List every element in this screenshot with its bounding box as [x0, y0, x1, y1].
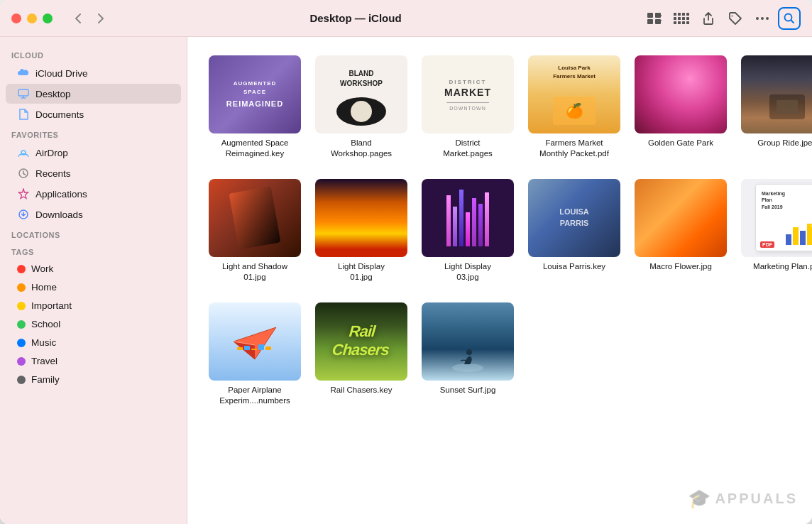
- school-tag-dot: [17, 320, 26, 329]
- sidebar-item-music[interactable]: Music: [6, 334, 181, 351]
- file-thumbnail-louisaparris: LOUISAPARRIS: [528, 179, 620, 257]
- close-button[interactable]: [11, 13, 21, 23]
- svg-point-36: [452, 364, 483, 372]
- icloud-drive-label: iCloud Drive: [35, 68, 88, 79]
- maximize-button[interactable]: [43, 13, 53, 23]
- file-item-goldengate[interactable]: Golden Gate Park: [630, 51, 731, 163]
- svg-point-18: [761, 17, 764, 20]
- file-label-farmers: Farmers MarketMonthly Packet.pdf: [539, 138, 609, 159]
- svg-rect-12: [674, 21, 676, 24]
- toolbar-right: [643, 7, 801, 30]
- work-tag-dot: [17, 265, 26, 273]
- sidebar-item-documents[interactable]: Documents: [6, 104, 181, 124]
- file-item-railchasers[interactable]: RailChasers Rail Chasers.key: [311, 298, 412, 410]
- family-label: Family: [31, 374, 60, 385]
- sidebar-item-applications[interactable]: Applications: [6, 184, 181, 204]
- file-item-sunsetsurf[interactable]: Sunset Surf.jpg: [417, 298, 518, 410]
- svg-rect-31: [237, 347, 243, 350]
- school-label: School: [31, 319, 60, 329]
- svg-rect-3: [655, 19, 661, 24]
- svg-rect-15: [686, 21, 689, 24]
- file-label-groupride: Group Ride.jpeg: [757, 138, 812, 148]
- icloud-section-label: iCloud: [0, 45, 187, 62]
- svg-rect-26: [793, 227, 799, 245]
- svg-rect-2: [647, 19, 653, 24]
- file-thumbnail-paperairplane: [209, 302, 301, 381]
- surfer-silhouette: [450, 332, 485, 375]
- more-button[interactable]: [751, 7, 774, 30]
- file-thumbnail-lightandshadow: [209, 179, 301, 257]
- important-label: Important: [31, 300, 72, 311]
- share-button[interactable]: [697, 7, 720, 30]
- file-thumbnail-groupride: [741, 55, 812, 133]
- file-item-groupride[interactable]: Group Ride.jpeg: [737, 51, 812, 163]
- svg-rect-9: [678, 17, 681, 20]
- minimize-button[interactable]: [27, 13, 37, 23]
- file-item-paperairplane[interactable]: Paper AirplaneExperim....numbers: [204, 298, 305, 410]
- paper-airplane-graphic: [230, 320, 280, 363]
- tag-button[interactable]: [724, 7, 747, 30]
- file-thumbnail-sunsetsurf: [422, 302, 514, 381]
- file-grid: AUGMENTEDSPACEREIMAGINED Augmented Space…: [204, 51, 795, 410]
- recents-icon: [17, 167, 30, 180]
- pdf-corner-label: PDF: [760, 241, 774, 248]
- file-thumbnail-district: DISTRICT MARKET DOWNTOWN: [422, 55, 514, 133]
- file-label-macroflower: Macro Flower.jpg: [649, 261, 712, 272]
- sidebar-item-work[interactable]: Work: [6, 260, 181, 278]
- file-label-augmented: Augmented SpaceReimagined.key: [221, 138, 289, 159]
- file-item-louisaparris[interactable]: LOUISAPARRIS Louisa Parris.key: [524, 175, 625, 287]
- file-label-railchasers: Rail Chasers.key: [331, 385, 393, 395]
- svg-point-16: [732, 15, 733, 16]
- work-label: Work: [31, 263, 53, 274]
- file-thumbnail-marketing: MarketingPlanFall 2019 PDF: [741, 179, 812, 257]
- file-item-macroflower[interactable]: Macro Flower.jpg: [630, 175, 731, 287]
- svg-rect-32: [244, 346, 250, 350]
- sidebar-item-important[interactable]: Important: [6, 297, 181, 315]
- locations-section-label: Locations: [0, 225, 187, 242]
- svg-rect-13: [678, 21, 681, 24]
- file-label-marketing: Marketing Plan.pdf: [753, 261, 812, 272]
- file-item-augmented[interactable]: AUGMENTEDSPACEREIMAGINED Augmented Space…: [204, 51, 305, 163]
- sidebar-item-recents[interactable]: Recents: [6, 163, 181, 183]
- file-thumbnail-farmers: Louisa ParkFarmers Market 🍊: [528, 55, 620, 133]
- marketing-doc-preview: MarketingPlanFall 2019 PDF: [755, 184, 812, 251]
- travel-tag-dot: [17, 357, 26, 366]
- file-item-district[interactable]: DISTRICT MARKET DOWNTOWN DistrictMarket.…: [417, 51, 518, 163]
- downloads-icon: [17, 208, 30, 221]
- home-label: Home: [31, 282, 57, 293]
- sidebar-item-icloud-drive[interactable]: iCloud Drive: [6, 63, 181, 83]
- sidebar-item-desktop[interactable]: Desktop: [6, 84, 181, 104]
- sidebar: iCloud iCloud Drive Desktop: [0, 37, 187, 524]
- file-label-lightdisplay01: Light Display01.jpg: [338, 261, 385, 283]
- sidebar-item-home[interactable]: Home: [6, 278, 181, 296]
- svg-point-37: [466, 349, 472, 355]
- sidebar-item-school[interactable]: School: [6, 315, 181, 333]
- downloads-label: Downloads: [35, 209, 83, 220]
- file-item-farmers[interactable]: Louisa ParkFarmers Market 🍊 Farmers Mark…: [524, 51, 625, 163]
- sidebar-item-downloads[interactable]: Downloads: [6, 204, 181, 224]
- svg-rect-14: [682, 21, 685, 24]
- sidebar-item-travel[interactable]: Travel: [6, 352, 181, 370]
- file-thumbnail-macroflower: [635, 179, 727, 257]
- file-label-paperairplane: Paper AirplaneExperim....numbers: [219, 385, 290, 406]
- file-item-lightdisplay01[interactable]: Light Display01.jpg: [311, 175, 412, 287]
- svg-rect-27: [800, 231, 806, 245]
- sidebar-item-family[interactable]: Family: [6, 371, 181, 388]
- svg-point-17: [756, 17, 759, 20]
- file-item-lightdisplay03[interactable]: Light Display03.jpg: [417, 175, 518, 287]
- file-item-lightandshadow[interactable]: Light and Shadow01.jpg: [204, 175, 305, 287]
- titlebar: Desktop — iCloud: [0, 0, 812, 37]
- airdrop-icon: [17, 146, 30, 159]
- file-item-marketing[interactable]: MarketingPlanFall 2019 PDF Marketing: [737, 175, 812, 287]
- svg-point-19: [766, 17, 769, 20]
- grid-view-button[interactable]: [670, 7, 693, 30]
- search-button[interactable]: [778, 7, 801, 30]
- file-item-bland[interactable]: BLANDWORKSHOP BlandWorkshop.pages: [311, 51, 412, 163]
- file-label-bland: BlandWorkshop.pages: [331, 138, 392, 159]
- view-toggle-button[interactable]: [643, 7, 666, 30]
- desktop-label: Desktop: [35, 89, 71, 99]
- sidebar-item-airdrop[interactable]: AirDrop: [6, 143, 181, 163]
- favorites-section-label: Favorites: [0, 125, 187, 142]
- svg-rect-8: [674, 17, 676, 20]
- marketing-chart: [786, 220, 812, 245]
